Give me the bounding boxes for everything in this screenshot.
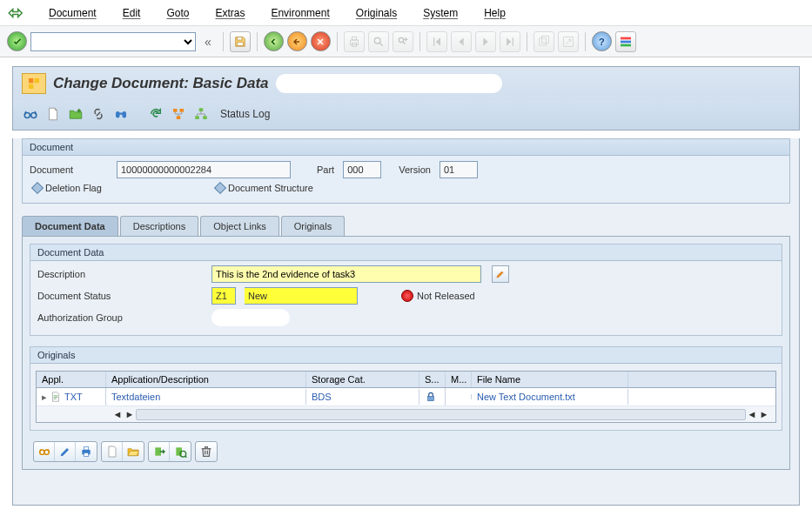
svg-point-5 bbox=[374, 37, 380, 44]
originals-row[interactable]: ▸ TXT Textdateien BDS New Text Document.… bbox=[37, 388, 775, 406]
svg-rect-23 bbox=[177, 116, 181, 119]
col-desc[interactable]: Application/Description bbox=[106, 372, 306, 387]
originals-table-header: Appl. Application/Description Storage Ca… bbox=[37, 372, 775, 388]
svg-point-6 bbox=[399, 37, 403, 42]
checkout-button[interactable] bbox=[170, 442, 191, 461]
menu-environment[interactable]: Environment bbox=[271, 7, 329, 19]
shortcut-button[interactable] bbox=[558, 31, 579, 52]
menu-system[interactable]: System bbox=[423, 7, 458, 19]
redacted-title-area bbox=[276, 74, 502, 93]
svg-rect-25 bbox=[195, 116, 199, 119]
tab-originals[interactable]: Originals bbox=[281, 216, 345, 236]
last-page-button[interactable] bbox=[500, 31, 520, 52]
delete-original-button[interactable] bbox=[196, 442, 217, 461]
create-original-button[interactable] bbox=[102, 442, 123, 461]
status-red-icon bbox=[401, 290, 413, 302]
separator bbox=[337, 32, 338, 51]
authgroup-label: Authorization Group bbox=[37, 312, 203, 323]
exit-button[interactable] bbox=[287, 31, 307, 51]
separator bbox=[585, 32, 586, 51]
sap-ok-enter-icon[interactable] bbox=[7, 5, 23, 21]
menu-originals[interactable]: Originals bbox=[356, 7, 397, 19]
hierarchy-icon[interactable] bbox=[192, 105, 210, 123]
collapse-command-icon[interactable]: « bbox=[199, 35, 217, 49]
svg-rect-11 bbox=[621, 40, 631, 43]
menu-bar: Document Edit Goto Extras Environment Or… bbox=[0, 0, 812, 26]
document-header-group: Document Document Part Version Deletion … bbox=[22, 138, 790, 204]
row-desc[interactable]: Textdateien bbox=[111, 392, 160, 402]
part-label: Part bbox=[317, 164, 334, 175]
document-header-title: Document bbox=[23, 139, 789, 156]
new-doc-icon[interactable] bbox=[44, 105, 62, 123]
print-button[interactable] bbox=[344, 31, 365, 52]
svg-rect-8 bbox=[541, 36, 548, 43]
binoculars-icon[interactable] bbox=[112, 105, 130, 123]
print-original-button[interactable] bbox=[76, 442, 97, 461]
enter-button[interactable] bbox=[7, 31, 27, 51]
originals-group: Originals Appl. Application/Description … bbox=[30, 346, 782, 431]
prev-page-button[interactable] bbox=[451, 31, 472, 52]
txt-file-icon bbox=[50, 391, 62, 403]
row-expand-icon[interactable]: ▸ bbox=[42, 392, 47, 403]
status-log-link[interactable]: Status Log bbox=[220, 108, 270, 120]
part-field[interactable] bbox=[343, 161, 381, 178]
menu-document[interactable]: Document bbox=[49, 7, 97, 19]
scroll-right-icon[interactable]: ► bbox=[124, 408, 136, 420]
menu-edit[interactable]: Edit bbox=[123, 7, 141, 19]
first-page-button[interactable] bbox=[426, 31, 447, 52]
svg-rect-26 bbox=[203, 116, 207, 119]
refresh-icon[interactable] bbox=[147, 105, 164, 123]
save-button[interactable] bbox=[230, 31, 251, 52]
menu-help[interactable]: Help bbox=[484, 7, 506, 19]
tab-object-links[interactable]: Object Links bbox=[200, 216, 279, 236]
row-storage[interactable]: BDS bbox=[312, 392, 332, 402]
svg-rect-7 bbox=[539, 38, 546, 45]
col-file[interactable]: File Name bbox=[472, 372, 628, 387]
menu-extras[interactable]: Extras bbox=[215, 7, 245, 19]
scroll-track[interactable] bbox=[136, 409, 746, 420]
flow-icon[interactable] bbox=[170, 105, 187, 123]
edit-description-button[interactable] bbox=[492, 265, 509, 283]
find-button[interactable] bbox=[368, 31, 389, 52]
help-button[interactable]: ? bbox=[592, 31, 612, 51]
document-data-group-title: Document Data bbox=[30, 245, 782, 261]
display-original-button[interactable] bbox=[34, 442, 55, 461]
layout-menu-button[interactable] bbox=[615, 31, 636, 52]
scroll-left-icon[interactable]: ◄ bbox=[111, 408, 124, 420]
tab-descriptions[interactable]: Descriptions bbox=[120, 216, 199, 236]
description-label: Description bbox=[37, 269, 203, 279]
new-session-button[interactable] bbox=[534, 31, 554, 52]
back-button[interactable] bbox=[264, 31, 284, 51]
link-icon[interactable] bbox=[90, 105, 107, 123]
scroll-left2-icon[interactable]: ◄ bbox=[746, 408, 758, 420]
svg-rect-1 bbox=[237, 42, 243, 45]
col-storage[interactable]: Storage Cat. bbox=[306, 372, 419, 387]
status-code-field[interactable] bbox=[211, 287, 236, 305]
description-field[interactable] bbox=[211, 265, 481, 283]
find-next-button[interactable] bbox=[393, 31, 413, 52]
document-structure-label: Document Structure bbox=[228, 183, 313, 193]
document-number-field[interactable] bbox=[117, 161, 291, 178]
menu-goto[interactable]: Goto bbox=[166, 7, 189, 19]
row-file[interactable]: New Text Document.txt bbox=[477, 392, 575, 402]
command-field[interactable] bbox=[30, 32, 196, 51]
row-appl[interactable]: TXT bbox=[64, 392, 83, 402]
cancel-button[interactable] bbox=[311, 31, 331, 51]
status-label: Document Status bbox=[37, 291, 203, 301]
checkin-button[interactable] bbox=[149, 442, 170, 461]
col-m[interactable]: M... bbox=[446, 372, 472, 387]
next-page-button[interactable] bbox=[475, 31, 496, 52]
edit-original-button[interactable] bbox=[55, 442, 76, 461]
tab-document-data[interactable]: Document Data bbox=[22, 216, 118, 236]
open-original-button[interactable] bbox=[123, 442, 144, 461]
glasses-icon[interactable] bbox=[22, 105, 39, 123]
version-field[interactable] bbox=[440, 161, 478, 178]
col-s[interactable]: S... bbox=[419, 372, 446, 387]
col-appl[interactable]: Appl. bbox=[37, 372, 106, 387]
separator bbox=[223, 32, 224, 51]
page-title: Change Document: Basic Data bbox=[53, 75, 269, 92]
new-folder-icon[interactable] bbox=[67, 105, 84, 123]
originals-table: Appl. Application/Description Storage Ca… bbox=[36, 371, 776, 423]
scroll-right2-icon[interactable]: ► bbox=[758, 408, 770, 420]
separator bbox=[419, 32, 420, 51]
